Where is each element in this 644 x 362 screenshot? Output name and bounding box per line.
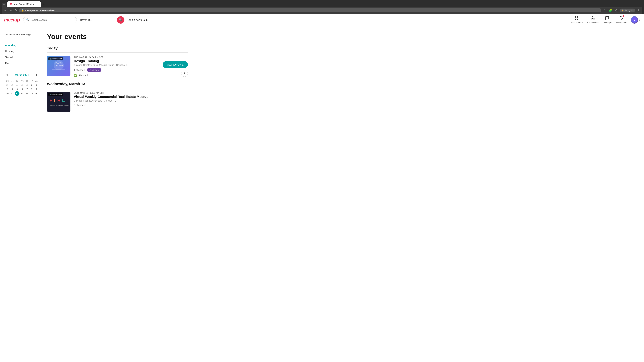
event2-details: WED, MAR 13 · 12:00 AM CST Virtual Weekl… — [74, 92, 188, 112]
header-nav: Pro Dashboard Connections Messages — [570, 16, 640, 24]
sidebar-item-past[interactable]: Past — [5, 61, 38, 66]
event2-date: WED, MAR 13 · 12:00 AM CST — [74, 92, 188, 94]
pro-dashboard-nav[interactable]: Pro Dashboard — [570, 16, 583, 24]
attended-check-icon: ✅ — [74, 73, 77, 77]
event1-group: Chicago Creative Circle Meetup Group · C… — [74, 64, 159, 66]
calendar-day[interactable]: 4 — [10, 87, 15, 91]
reload-button[interactable]: ↻ — [14, 8, 18, 12]
events-main: Your events Today — [44, 26, 194, 362]
browser-toolbar: ← → ↻ 🔒 meetup.com/your-events/?rse=1 ☆ … — [2, 7, 642, 14]
meetup-logo[interactable]: meetup — [4, 17, 20, 23]
menu-button[interactable]: ⋮ — [636, 8, 641, 12]
day-su: Su — [5, 79, 10, 83]
calendar-week-2: 3 4 5 6 7 8 9 — [5, 87, 38, 91]
svg-text:TRAINING: TRAINING — [55, 64, 63, 66]
attended-label: Attended — [78, 74, 88, 77]
sidebar-item-hosting[interactable]: Hosting — [5, 49, 38, 54]
url-text: meetup.com/your-events/?rse=1 — [25, 9, 57, 11]
new-tab-button[interactable]: + — [41, 2, 46, 7]
back-arrow-icon: ← — [5, 33, 8, 36]
back-link-text: Back to home page — [10, 33, 31, 36]
calendar-day[interactable]: 2 — [34, 83, 38, 87]
event-image-design-training: DESIGN TRAINING 📹 Online Event — [47, 56, 70, 76]
start-group-button[interactable]: Start a new group — [128, 18, 148, 21]
back-button[interactable]: ← — [3, 8, 8, 12]
svg-text:E: E — [62, 98, 65, 103]
messages-icon — [605, 16, 609, 21]
calendar-day[interactable]: 29 — [25, 83, 29, 87]
bookmark-star-icon[interactable]: ☆ — [603, 8, 606, 12]
user-avatar-container[interactable]: M ▾ — [631, 16, 640, 24]
calendar-day[interactable]: 14 — [25, 91, 29, 96]
calendar-day[interactable]: 16 — [34, 91, 38, 96]
day-we: We — [20, 79, 25, 83]
meetup-header: meetup 🔍 Dover, DE 🔍 Start a new group P… — [0, 14, 644, 26]
mirror-icon[interactable]: ⬡ — [614, 8, 618, 12]
event-badge-text: Online Event — [52, 58, 62, 60]
calendar-day[interactable]: 25 — [5, 83, 10, 87]
calendar-day[interactable]: 6 — [20, 87, 25, 91]
share-event-button[interactable]: ⬆ — [181, 70, 188, 77]
tab-title: Your Events | Meetup — [14, 3, 34, 5]
toolbar-actions: ☆ 🧩 ⬡ 🕵 Incognito ⋮ — [603, 8, 641, 12]
active-tab[interactable]: m Your Events | Meetup ✕ — [8, 1, 41, 7]
messages-nav[interactable]: Messages — [602, 16, 612, 24]
address-bar[interactable]: 🔒 meetup.com/your-events/?rse=1 — [19, 8, 602, 12]
calendar-today[interactable]: 12 — [15, 91, 20, 96]
calendar-day[interactable]: 15 — [29, 91, 34, 96]
calendar-day[interactable]: 7 — [25, 87, 29, 91]
day-mo: Mo — [10, 79, 15, 83]
incognito-badge: 🕵 Incognito — [620, 8, 635, 12]
calendar-day[interactable]: 9 — [34, 87, 38, 91]
calendar-header: ◀ March 2024 ▶ — [5, 73, 38, 77]
view-event-chat-button[interactable]: View event chat — [163, 61, 188, 68]
search-submit-button[interactable]: 🔍 — [117, 16, 124, 24]
notification-badge — [622, 15, 624, 17]
svg-rect-9 — [50, 68, 67, 68]
search-icon: 🔍 — [26, 18, 29, 21]
calendar-next-button[interactable]: ▶ — [36, 73, 38, 77]
event-image-fire: F I R E FINANCIAL INDEPENDENCE, RETIRE E… — [47, 92, 70, 112]
calendar-day[interactable]: 13 — [20, 91, 25, 96]
calendar-day[interactable]: 28 — [20, 83, 25, 87]
connections-label: Connections — [587, 21, 598, 24]
calendar-day[interactable]: 5 — [15, 87, 20, 91]
forward-button[interactable]: → — [9, 8, 13, 12]
tab-list-button[interactable]: ⏷ — [2, 3, 6, 7]
calendar-prev-button[interactable]: ◀ — [5, 73, 8, 77]
svg-rect-0 — [575, 16, 576, 17]
calendar-week-1: 25 26 27 28 29 1 2 — [5, 83, 38, 87]
day-fr: Fr — [29, 79, 34, 83]
tab-close-button[interactable]: ✕ — [36, 3, 38, 5]
browser-tabs: ⏷ m Your Events | Meetup ✕ + — [2, 1, 642, 7]
address-lock-icon: 🔒 — [21, 9, 24, 11]
calendar-day[interactable]: 27 — [15, 83, 20, 87]
day-tu: Tu — [15, 79, 20, 83]
connections-icon — [591, 16, 595, 21]
extensions-icon[interactable]: 🧩 — [608, 8, 613, 12]
calendar-day[interactable]: 11 — [10, 91, 15, 96]
event2-attendees: 3 attendees — [74, 104, 86, 106]
calendar-days-header: Su Mo Tu We Th Fr Sa — [5, 79, 38, 83]
sidebar-item-attending[interactable]: Attending — [5, 43, 38, 48]
back-to-home-link[interactable]: ← Back to home page — [5, 33, 38, 36]
connections-nav[interactable]: Connections — [587, 16, 598, 24]
sidebar-item-saved[interactable]: Saved — [5, 55, 38, 60]
calendar: ◀ March 2024 ▶ Su Mo Tu We Th Fr Sa — [5, 73, 38, 96]
search-bar[interactable]: 🔍 — [23, 17, 77, 23]
notifications-nav[interactable]: Notifications — [616, 16, 627, 24]
search-input[interactable] — [31, 18, 74, 21]
calendar-day[interactable]: 1 — [29, 83, 34, 87]
event1-title: Design Training — [74, 59, 159, 63]
calendar-week-3: 10 11 12 13 14 15 16 — [5, 91, 38, 96]
svg-text:R: R — [57, 98, 60, 103]
calendar-day[interactable]: 3 — [5, 87, 10, 91]
day-th: Th — [25, 79, 29, 83]
browser-chrome: ⏷ m Your Events | Meetup ✕ + ← → ↻ 🔒 mee… — [0, 0, 644, 14]
wednesday-section-label: Wednesday, March 13 — [47, 82, 188, 86]
calendar-day[interactable]: 8 — [29, 87, 34, 91]
calendar-grid: Su Mo Tu We Th Fr Sa 25 26 27 28 — [5, 79, 38, 96]
calendar-day[interactable]: 10 — [5, 91, 10, 96]
event2-title: Virtual Weekly Commercial Real Estate Me… — [74, 95, 188, 99]
calendar-day[interactable]: 26 — [10, 83, 15, 87]
